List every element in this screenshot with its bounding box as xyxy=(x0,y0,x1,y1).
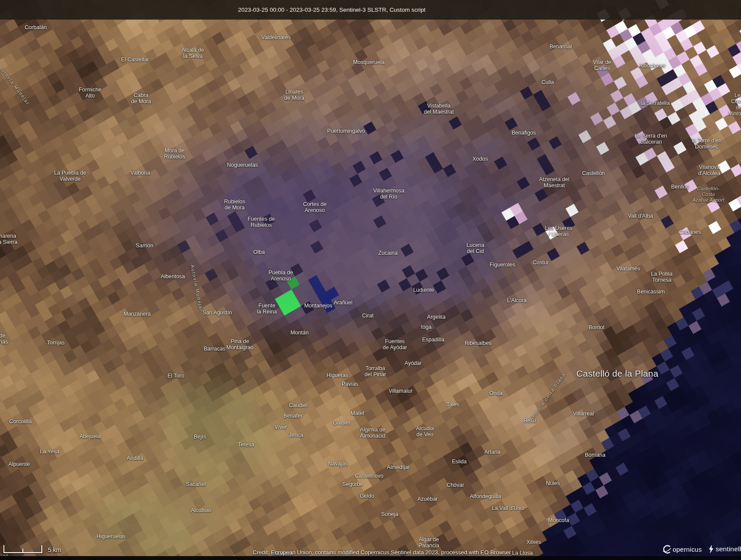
place-label: Montanejos xyxy=(304,303,333,309)
place-label: La Puebla de Valverde xyxy=(54,170,86,182)
place-label: Benafigos xyxy=(512,130,536,136)
place-label: Figueroles xyxy=(490,262,515,268)
place-label: Vilar de Canes xyxy=(593,59,611,71)
place-label: Mora de Rubielos xyxy=(164,148,185,160)
place-label: Espadilla xyxy=(422,337,445,343)
place-label: Borriana xyxy=(585,452,605,458)
place-label: toga xyxy=(421,324,431,330)
place-label: Benicàssim xyxy=(637,289,665,295)
place-label: Borriol xyxy=(589,324,604,331)
place-label: Nogueruelas xyxy=(227,162,258,168)
place-label: Nules xyxy=(546,480,560,486)
place-label: Albocàsser xyxy=(639,63,666,69)
place-label: Lucena del Cid xyxy=(466,242,484,254)
place-label: Sacañet xyxy=(186,481,206,487)
place-label: Moncofa xyxy=(548,517,569,523)
place-label: Vistabella del Maestrat xyxy=(424,103,454,115)
place-label: Geldo xyxy=(360,493,374,499)
copernicus-logo[interactable]: opernicus xyxy=(662,544,702,554)
place-label: Matet xyxy=(350,410,364,416)
place-label: Gaibiel xyxy=(333,420,350,426)
place-label: Chóvar xyxy=(447,482,464,488)
place-label: Castellnovo xyxy=(355,473,383,479)
road-label: Autovía Mudéjar xyxy=(189,264,204,312)
place-label: Puertomingalvo xyxy=(327,128,365,134)
place-label: Arcos de las Salinas xyxy=(0,333,8,345)
place-label: Olba xyxy=(253,249,265,255)
place-label: Rubielos de Mora xyxy=(224,199,246,211)
place-label: La Llosa xyxy=(512,550,532,556)
place-label: Pina de Montalgrao xyxy=(226,338,254,351)
bottom-strip xyxy=(0,556,741,560)
place-label: Manzanera xyxy=(124,311,151,317)
scale-bar: 5 km xyxy=(3,544,61,554)
road-label: Autovía de la Plana xyxy=(529,371,567,422)
place-label: Ludiente xyxy=(413,287,434,293)
place-label: Higueruelas xyxy=(97,533,126,540)
place-label: Benassal xyxy=(549,44,572,50)
place-label: Fuente la Reina xyxy=(257,303,277,315)
place-label: Artana xyxy=(485,449,501,455)
copernicus-wordmark: opernicus xyxy=(673,546,702,553)
place-label: La Vall d'Uixó xyxy=(492,505,524,511)
place-label: Higueras xyxy=(327,372,348,378)
place-label: Barracas xyxy=(204,346,226,352)
place-label: Villamalur xyxy=(389,388,413,394)
place-label: Almedíjar xyxy=(387,464,410,470)
place-label: Torrijas xyxy=(47,340,64,346)
place-label: Zucaina xyxy=(378,250,397,256)
place-label: Alcalá de la Selva xyxy=(182,47,204,59)
sentinelhub-wordmark: sentinelhub xyxy=(716,545,741,553)
place-label: la Serratella xyxy=(641,100,670,106)
place-label: Valdelinares xyxy=(261,34,291,40)
place-label: Algimia de Almonacid xyxy=(360,427,385,439)
place-label: Corbalán xyxy=(25,24,47,30)
place-label: La Yesa xyxy=(40,449,60,455)
place-label: Abejuela xyxy=(80,433,101,439)
place-label: Fuentes de Ayódar xyxy=(383,338,407,351)
place-label: Vilafamés xyxy=(616,266,640,272)
place-label: Cabra de Mora xyxy=(131,92,151,105)
place-label: Jérica xyxy=(289,432,303,438)
place-label: El Castellar xyxy=(121,57,149,63)
place-label: Castellón xyxy=(582,170,605,176)
place-label: Montán xyxy=(290,330,309,336)
place-label: Segorbe xyxy=(342,481,363,487)
place-label: Navajas xyxy=(328,461,347,467)
place-label: La Pobla Tornesa xyxy=(651,271,672,283)
place-label: La Serra d'en Galceran xyxy=(635,133,667,145)
copernicus-orbit-icon xyxy=(662,544,671,554)
place-label: Les Useres / Useras xyxy=(545,225,572,237)
place-label: Viver xyxy=(275,424,287,430)
place-label: Villahermosa del Río xyxy=(373,188,404,200)
place-label: Corcolilla xyxy=(9,418,31,425)
place-label: El Toro xyxy=(168,373,185,379)
place-label: Camarena de la Sierra xyxy=(0,233,17,245)
place-label: Argelita xyxy=(427,314,445,320)
place-label: Alfondeguilla xyxy=(470,493,501,499)
place-label: Onda xyxy=(489,390,503,396)
place-label: Pavías xyxy=(342,381,358,387)
place-label: Castellón-Costa Azahar Airport xyxy=(692,186,725,203)
place-label: Cortes de Arenoso xyxy=(303,201,327,213)
place-label: Villarreal xyxy=(573,411,594,417)
place-label: Alpuente xyxy=(8,461,30,467)
place-label: Ribesalbes xyxy=(465,340,492,346)
place-label: Atzeneta del Maestrat xyxy=(539,176,569,189)
lightning-bolt-icon xyxy=(708,544,714,554)
place-label: Betxí xyxy=(524,418,536,424)
place-label: Formiche Alto xyxy=(79,87,101,99)
place-label: Ayódar xyxy=(404,360,421,366)
place-label: Arañuel xyxy=(333,300,352,306)
place-label: Culla xyxy=(542,79,554,85)
footer-logos: opernicus sentinelhub xyxy=(662,544,741,554)
place-label: Benafer xyxy=(283,413,303,419)
sentinelhub-logo[interactable]: sentinelhub xyxy=(708,544,741,554)
timespan-banner-text: 2023-03-25 00:00 - 2023-03-25 23:59, Sen… xyxy=(238,0,426,20)
attribution-text: Credit: European Union, contains modifie… xyxy=(253,549,511,556)
place-label: L'Alcora xyxy=(507,297,527,304)
place-label: Castelló de la Plana xyxy=(576,369,658,379)
place-label: Xilxes xyxy=(526,539,541,545)
map-viewport[interactable]: CorbalánValdelinaresBenassalAlcalá de la… xyxy=(0,0,741,560)
place-label: Alcudia de Veo xyxy=(416,425,434,438)
